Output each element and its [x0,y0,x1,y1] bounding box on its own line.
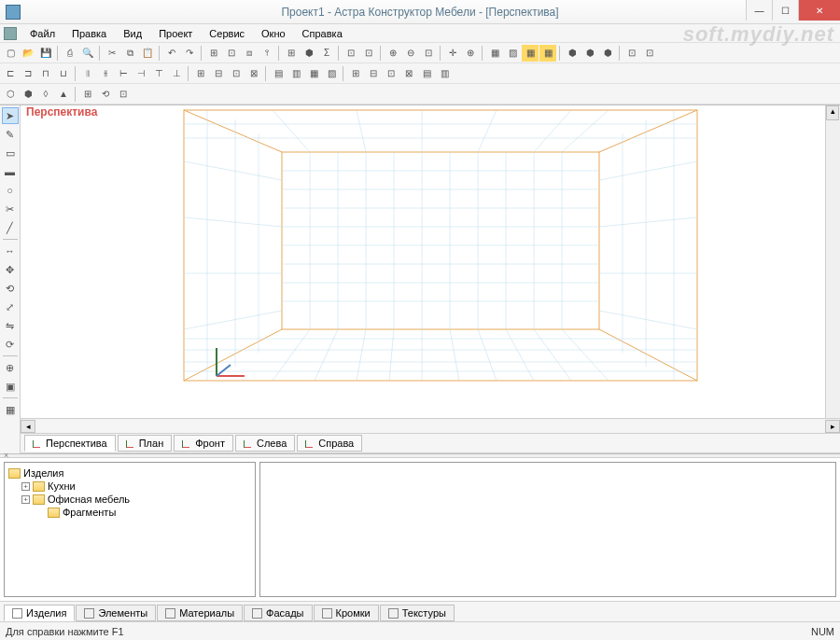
tool-icon[interactable]: ✛ [444,45,461,62]
shape-icon[interactable]: ⬡ [2,86,19,103]
tool-icon[interactable]: ⟲ [97,86,114,103]
tool-icon[interactable]: ⬢ [564,45,581,62]
tree-item[interactable]: Фрагменты [8,506,251,519]
menu-help[interactable]: Справка [295,26,350,41]
scroll-up-icon[interactable]: ▴ [826,105,839,120]
tool-icon[interactable]: ⊡ [223,45,240,62]
distribute-icon[interactable]: ⊞ [192,65,209,82]
distribute-icon[interactable]: ⊡ [228,65,245,82]
new-icon[interactable]: ▢ [2,45,19,62]
layout-icon[interactable]: ⊞ [347,65,364,82]
redo-icon[interactable]: ↷ [181,45,198,62]
tool-icon[interactable]: ⊡ [115,86,132,103]
menu-project[interactable]: Проект [151,26,200,41]
refresh-tool-icon[interactable]: ⟳ [2,336,19,353]
tool-icon[interactable]: ⊞ [205,45,222,62]
app-menu-icon[interactable] [4,27,17,40]
bottom-tab-materials[interactable]: Материалы [157,605,243,621]
render-icon[interactable]: ▦ [539,45,556,62]
tree-root[interactable]: Изделия [8,466,251,480]
layout-icon[interactable]: ▤ [418,65,435,82]
viewport[interactable]: Перспектива [21,105,840,418]
shape-icon[interactable]: ◊ [37,86,54,103]
scroll-right-icon[interactable]: ▸ [825,420,840,433]
distribute-icon[interactable]: ⊟ [210,65,227,82]
view-tab-front[interactable]: Фронт [174,435,233,452]
scale-tool-icon[interactable]: ⤢ [2,299,19,315]
align-icon[interactable]: ⊐ [20,65,36,82]
menu-file[interactable]: Файл [22,26,63,41]
edit-tool-icon[interactable]: ✎ [2,126,19,143]
layout-icon[interactable]: ▦ [305,65,322,82]
render-icon[interactable]: ▦ [522,45,539,62]
tool-icon[interactable]: ⫯ [259,45,275,62]
grid-tool-icon[interactable]: ▦ [2,401,19,418]
tool-icon[interactable]: ⬢ [599,45,616,62]
panel-tool-icon[interactable]: ▬ [2,163,19,180]
save-icon[interactable]: 💾 [37,45,54,62]
view-tab-plan[interactable]: План [118,435,173,452]
expand-icon[interactable]: + [21,482,30,491]
zoom-fit-icon[interactable]: ⊡ [420,45,437,62]
preview-icon[interactable]: 🔍 [79,45,96,62]
zoom-out-icon[interactable]: ⊖ [402,45,419,62]
align-icon[interactable]: ⊥ [168,65,185,82]
maximize-button[interactable]: ☐ [772,0,798,21]
tree-item[interactable]: + Офисная мебель [8,493,251,506]
scroll-track[interactable] [35,420,825,433]
detail-pane[interactable] [259,462,836,597]
layout-icon[interactable]: ▤ [270,65,287,82]
view-tab-left[interactable]: Слева [235,435,295,452]
copy-icon[interactable]: ⧉ [121,45,138,62]
tool-icon[interactable]: ⬢ [301,45,317,62]
layout-icon[interactable]: ⊟ [365,65,382,82]
align-icon[interactable]: ⊢ [115,65,132,82]
join-tool-icon[interactable]: ⊕ [2,359,19,376]
tool-icon[interactable]: ⊡ [343,45,359,62]
tool-icon[interactable]: ⧈ [241,45,258,62]
render-icon[interactable]: ▦ [486,45,503,62]
bottom-tab-facades[interactable]: Фасады [244,605,312,621]
open-icon[interactable]: 📂 [20,45,36,62]
menu-view[interactable]: Вид [116,26,149,41]
zoom-in-icon[interactable]: ⊕ [385,45,401,62]
tool-icon[interactable]: ⊕ [462,45,479,62]
sigma-icon[interactable]: Σ [318,45,335,62]
view-tab-right[interactable]: Справа [297,435,362,452]
view-tab-perspective[interactable]: Перспектива [24,435,116,452]
cut-tool-icon[interactable]: ✂ [2,201,19,217]
group-tool-icon[interactable]: ▣ [2,378,19,395]
layout-icon[interactable]: ⊡ [383,65,399,82]
undo-icon[interactable]: ↶ [163,45,180,62]
layout-icon[interactable]: ▥ [436,65,453,82]
move-tool-icon[interactable]: ✥ [2,261,19,278]
circle-tool-icon[interactable]: ○ [2,182,19,199]
panel-resize-handle[interactable] [0,454,840,458]
shape-icon[interactable]: ▲ [55,86,72,103]
menu-service[interactable]: Сервис [202,26,252,41]
tool-icon[interactable]: ⊡ [623,45,640,62]
align-icon[interactable]: ⫴ [79,65,96,82]
distribute-icon[interactable]: ⊠ [245,65,262,82]
layout-icon[interactable]: ▥ [287,65,304,82]
layout-icon[interactable]: ⊠ [400,65,417,82]
bottom-tab-textures[interactable]: Текстуры [380,605,455,621]
menu-window[interactable]: Окно [254,26,293,41]
minimize-button[interactable]: — [746,0,772,21]
expand-icon[interactable]: + [21,495,30,504]
tool-icon[interactable]: ⊞ [283,45,300,62]
cursor-tool-icon[interactable]: ➤ [2,107,19,124]
tree-item[interactable]: + Кухни [8,480,251,493]
bottom-tab-edges[interactable]: Кромки [314,605,379,621]
vertical-scrollbar[interactable]: ▴ [825,105,840,418]
tool-icon[interactable]: ⊡ [360,45,377,62]
align-icon[interactable]: ⊣ [133,65,149,82]
render-icon[interactable]: ▨ [504,45,521,62]
tool-icon[interactable]: ⊞ [79,86,96,103]
close-button[interactable]: ✕ [798,0,840,21]
horizontal-scrollbar[interactable]: ◂ ▸ [21,418,840,433]
print-icon[interactable]: ⎙ [62,45,78,62]
tree-pane[interactable]: Изделия + Кухни + Офисная мебель Фрагмен… [4,462,256,597]
dim-tool-icon[interactable]: ↔ [2,243,19,259]
align-icon[interactable]: ⊓ [37,65,54,82]
